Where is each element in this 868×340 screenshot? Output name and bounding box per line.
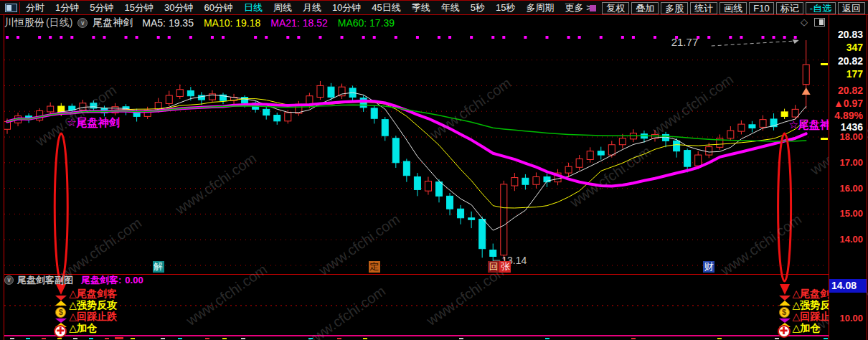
tool-menu: 复权叠加多股统计画线F10标记-自选返回	[590, 2, 865, 14]
sub-panel-title: 尾盘剑客副图	[17, 274, 73, 287]
sub-indicator-value: 0.00	[125, 275, 143, 285]
top-menu-bar: 分时1分钟5分钟15分钟30分钟60分钟日线周线月线10分钟45日线季线年线5秒…	[0, 0, 868, 15]
stock-name: 川恒股份	[4, 16, 44, 29]
bowtie-yellow-icon	[779, 301, 791, 306]
axis-price-label: 17.00	[839, 157, 863, 168]
main-chart-canvas[interactable]	[0, 0, 868, 340]
menu-item-15分钟[interactable]: 15分钟	[124, 1, 153, 14]
axis-price-label: 14.00	[839, 234, 863, 245]
chevron-down-icon[interactable]: ∨	[4, 275, 14, 285]
toolbar-button-F10[interactable]: F10	[749, 2, 773, 14]
toolbar-button-标记[interactable]: 标记	[776, 2, 803, 14]
ma-label: MA60: 17.39	[338, 17, 395, 29]
menu-item-分时[interactable]: 分时	[26, 1, 44, 14]
sub-scale-current-value: 14.08	[829, 279, 867, 293]
toolbar-button-统计[interactable]: 统计	[690, 2, 717, 14]
axis-price-label: 15.00	[839, 208, 863, 219]
ma-label: MA10: 19.18	[204, 17, 260, 29]
diamond-icon[interactable]: ◇	[801, 16, 808, 27]
high-price-label: 21.77	[671, 36, 699, 48]
quote-value: 177	[846, 68, 863, 80]
menu-item-周线[interactable]: 周线	[273, 1, 292, 14]
chart-title-bar: 川恒股份 (日线) ∨ 尾盘神剑 MA5: 19.35MA10: 19.18MA…	[4, 16, 395, 29]
event-marker-财: 财	[703, 261, 714, 273]
toolbar-button-画线[interactable]: 画线	[720, 2, 747, 14]
quote-value: 20.83	[838, 29, 863, 40]
menu-item-1分钟[interactable]: 1分钟	[55, 1, 79, 14]
quote-value: 4.89%	[834, 110, 863, 121]
axis-price-label: 16.00	[839, 183, 863, 194]
period-label: (日线)	[46, 16, 72, 29]
menu-item-5分钟[interactable]: 5分钟	[90, 1, 113, 14]
indicator-name: 尾盘神剑	[93, 16, 133, 29]
menu-item-45日线[interactable]: 45日线	[372, 1, 400, 14]
menu-item-5秒[interactable]: 5秒	[471, 1, 485, 14]
menu-item-60分钟[interactable]: 60分钟	[204, 1, 232, 14]
bowtie-red-icon	[55, 296, 67, 301]
quote-value: 20.82	[838, 85, 863, 96]
chevron-down-icon[interactable]: ∨	[77, 18, 88, 28]
menu-item-月线[interactable]: 月线	[303, 1, 321, 14]
quote-value: 347	[846, 42, 863, 53]
title-right-icons: ◇	[801, 16, 825, 27]
menu-item-日线[interactable]: 日线	[244, 1, 263, 14]
ma-value-labels: MA5: 19.35MA10: 19.18MA21: 18.52MA60: 17…	[142, 17, 395, 29]
menu-item-季线[interactable]: 季线	[412, 1, 430, 14]
sub-indicator-label: 尾盘剑客:	[81, 274, 121, 287]
event-marker-解: 解	[153, 261, 164, 273]
quote-value: ▲0.97	[834, 98, 863, 109]
menu-divider	[19, 2, 20, 14]
toolbar-button-返回[interactable]: 返回	[838, 2, 865, 14]
signal-arrow-down-icon	[780, 284, 790, 295]
ma-label: MA21: 18.52	[270, 17, 327, 29]
sub-scale-label: 10.00	[839, 313, 863, 324]
quote-value: 20.82	[838, 55, 863, 67]
trading-app-window: { "menu": { "items": [ {"label":"分时","ac…	[0, 0, 868, 340]
bowtie-red-icon	[779, 296, 791, 301]
bowtie-yellow-icon	[55, 301, 67, 306]
menu-item-多周期[interactable]: 多周期	[527, 1, 555, 14]
signal-text-加仓: △加仓	[69, 322, 97, 335]
toolbar-button-叠加[interactable]: 叠加	[631, 2, 659, 14]
money-coin-icon: $	[779, 307, 790, 318]
menu-item-年线[interactable]: 年线	[441, 1, 460, 14]
magenta-grid-icon	[590, 5, 596, 11]
menu-item-10分钟[interactable]: 10分钟	[332, 1, 361, 14]
event-marker-定: 定	[369, 261, 380, 273]
toolbar-button--自选[interactable]: -自选	[806, 2, 836, 14]
signal-label-weipanshenjian-left: ☆尾盘神剑	[67, 116, 119, 130]
toolbar-button-复权[interactable]: 复权	[602, 2, 629, 14]
toolbar-button-多股[interactable]: 多股	[661, 2, 688, 14]
menu-item-30分钟[interactable]: 30分钟	[164, 1, 193, 14]
app-window-icon[interactable]	[5, 4, 17, 12]
menu-item-15秒[interactable]: 15秒	[496, 1, 515, 14]
menu-item-更多 >[interactable]: 更多 >	[565, 1, 592, 14]
signal-text-加仓: △加仓	[793, 322, 821, 335]
event-marker-张: 张	[499, 261, 511, 273]
period-menu: 分时1分钟5分钟15分钟30分钟60分钟日线周线月线10分钟45日线季线年线5秒…	[26, 1, 592, 15]
add-position-cross-icon: ✚	[778, 325, 791, 338]
event-marker-回: 回	[488, 261, 499, 273]
sub-panel-header: ∨ 尾盘剑客副图 尾盘剑客: 0.00	[4, 275, 143, 285]
axis-price-label: 18.00	[839, 131, 863, 142]
ma-label: MA5: 19.35	[142, 17, 194, 29]
right-price-axis: 20.8334720.8217720.82▲0.974.89%1436 18.0…	[829, 15, 867, 340]
panel-layout-icon[interactable]	[814, 18, 825, 27]
